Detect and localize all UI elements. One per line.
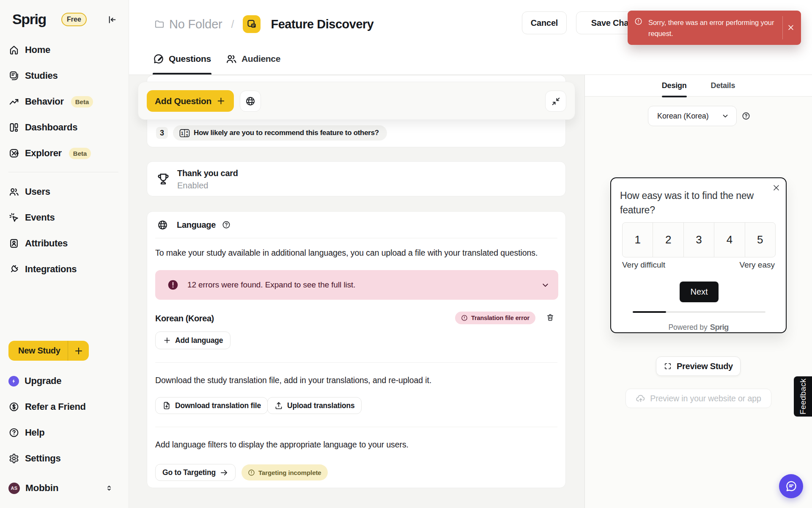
- sidebar-item-label: Attributes: [25, 238, 68, 249]
- toast-message: Sorry, there was an error performing you…: [648, 17, 788, 39]
- sidebar-item-refer[interactable]: Refer a Friend: [8, 397, 121, 417]
- question-pill[interactable]: 145 How likely are you to recommend this…: [173, 125, 387, 141]
- language-card-title: Language: [177, 220, 216, 230]
- sidebar-item-label: Dashboards: [25, 122, 77, 133]
- collapse-sidebar-icon[interactable]: [107, 14, 117, 25]
- workspace-name: Mobbin: [25, 483, 99, 494]
- sidebar-item-explorer[interactable]: Explorer Beta: [8, 143, 121, 163]
- add-language-label: Add language: [175, 336, 223, 345]
- language-select[interactable]: Korean (Korea): [648, 106, 737, 126]
- globe-icon: [157, 219, 168, 231]
- translation-errors-banner[interactable]: 12 errors were found. Expand to see the …: [155, 270, 558, 300]
- gear-icon: [8, 453, 19, 464]
- breadcrumb: No Folder / Feature Discovery: [154, 12, 373, 36]
- users-icon: [8, 186, 19, 197]
- powered-by: Powered by Sprig: [611, 323, 786, 332]
- sidebar-item-upgrade[interactable]: Upgrade: [8, 371, 121, 391]
- error-toast: Sorry, there was an error performing you…: [628, 11, 801, 45]
- design-panel: Design Details Korean (Korea) How easy w…: [584, 75, 812, 508]
- rating-option-5[interactable]: 5: [745, 223, 775, 257]
- rating-option-1[interactable]: 1: [623, 223, 653, 257]
- sidebar-item-attributes[interactable]: Attributes: [8, 233, 121, 254]
- close-icon[interactable]: [787, 24, 795, 31]
- help-circle-icon: [8, 427, 19, 438]
- add-language-button[interactable]: Add language: [155, 331, 230, 349]
- download-translation-button[interactable]: Download translation file: [155, 397, 268, 414]
- rating-option-2[interactable]: 2: [653, 223, 683, 257]
- language-select-value: Korean (Korea): [657, 112, 721, 121]
- breadcrumb-separator: /: [231, 18, 234, 30]
- sidebar-item-label: Help: [25, 427, 44, 438]
- workspace-switcher[interactable]: AS Mobbin: [8, 478, 121, 498]
- sidebar-item-label: Upgrade: [25, 375, 61, 387]
- trophy-icon: [156, 172, 170, 186]
- sidebar-item-behavior[interactable]: Behavior Beta: [8, 91, 121, 112]
- sidebar-item-events[interactable]: Events: [8, 207, 121, 228]
- sidebar-item-label: Refer a Friend: [25, 401, 86, 412]
- chat-launcher[interactable]: [779, 474, 803, 498]
- sidebar-item-label: Home: [25, 44, 50, 55]
- thank-you-card[interactable]: Thank you card Enabled: [147, 161, 566, 196]
- plus-icon: [163, 336, 171, 345]
- collapse-questions-button[interactable]: [545, 91, 566, 112]
- cancel-button[interactable]: Cancel: [522, 11, 567, 34]
- scale-max-label: Very easy: [740, 260, 775, 270]
- trash-icon[interactable]: [546, 313, 554, 322]
- plus-icon: [216, 96, 226, 106]
- translation-error-pill: Translation file error: [455, 312, 535, 324]
- upload-translations-button[interactable]: Upload translations: [267, 397, 362, 414]
- sidebar-item-help[interactable]: Help: [8, 422, 121, 443]
- behavior-icon: [8, 96, 19, 107]
- sidebar-item-users[interactable]: Users: [8, 182, 121, 202]
- tab-questions[interactable]: Questions: [153, 49, 211, 69]
- sidebar-item-dashboards[interactable]: Dashboards: [8, 117, 121, 138]
- tab-label: Questions: [169, 54, 211, 64]
- targeting-incomplete-badge: Targeting incomplete: [241, 464, 328, 480]
- preview-website-button[interactable]: Preview in your website or app: [625, 389, 771, 408]
- plus-icon[interactable]: [68, 341, 89, 361]
- tab-details[interactable]: Details: [711, 75, 735, 97]
- breadcrumb-folder[interactable]: No Folder: [169, 17, 222, 31]
- sidebar-item-home[interactable]: Home: [8, 40, 121, 60]
- language-card-header: Language: [157, 212, 230, 238]
- add-question-button[interactable]: Add Question: [147, 90, 234, 112]
- questions-tab-icon: [153, 53, 165, 65]
- rating-scale: 1 2 3 4 5: [622, 222, 776, 257]
- dashboards-icon: [8, 122, 19, 133]
- sprig-logo: Sprig: [12, 11, 46, 28]
- preview-study-button[interactable]: Preview Study: [656, 356, 741, 376]
- active-tab-underline: [153, 73, 211, 75]
- question-row: 3 145 How likely are you to recommend th…: [156, 125, 387, 141]
- rating-option-3[interactable]: 3: [684, 223, 714, 257]
- help-circle-icon[interactable]: [742, 112, 750, 120]
- preview-website-label: Preview in your website or app: [650, 394, 761, 403]
- tab-audience[interactable]: Audience: [225, 49, 280, 69]
- divider: [155, 427, 557, 427]
- sidebar-item-settings[interactable]: Settings: [8, 448, 121, 469]
- close-icon[interactable]: [772, 184, 780, 192]
- question-text: How likely are you to recommend this fea…: [194, 129, 379, 137]
- rating-scale-icon: 145: [179, 129, 190, 138]
- alert-outline-icon: [461, 315, 468, 321]
- go-to-targeting-button[interactable]: Go to Targeting: [155, 464, 236, 481]
- language-globe-button[interactable]: [240, 91, 261, 112]
- feedback-tab[interactable]: Feedback: [794, 376, 812, 417]
- help-circle-icon[interactable]: [222, 221, 230, 229]
- new-study-button[interactable]: New Study: [8, 341, 89, 361]
- language-description: To make your study available in addition…: [155, 248, 538, 258]
- workspace-avatar: AS: [8, 483, 20, 494]
- events-icon: [8, 212, 19, 223]
- sidebar-nav-footer: Upgrade Refer a Friend Help Settings: [8, 371, 121, 474]
- sidebar-item-studies[interactable]: Studies: [8, 66, 121, 86]
- folder-icon: [154, 19, 165, 30]
- tab-design[interactable]: Design: [662, 75, 687, 97]
- go-to-targeting-label: Go to Targeting: [162, 468, 216, 477]
- feedback-label: Feedback: [798, 378, 808, 414]
- thank-you-title: Thank you card: [177, 168, 238, 178]
- sidebar: Sprig Free Home Studies Behavior Beta: [0, 0, 129, 508]
- next-button[interactable]: Next: [680, 282, 719, 302]
- cloud-upload-icon: [636, 393, 646, 403]
- language-name: Korean (Korea): [155, 314, 214, 323]
- sidebar-item-integrations[interactable]: Integrations: [8, 259, 121, 279]
- rating-option-4[interactable]: 4: [714, 223, 745, 257]
